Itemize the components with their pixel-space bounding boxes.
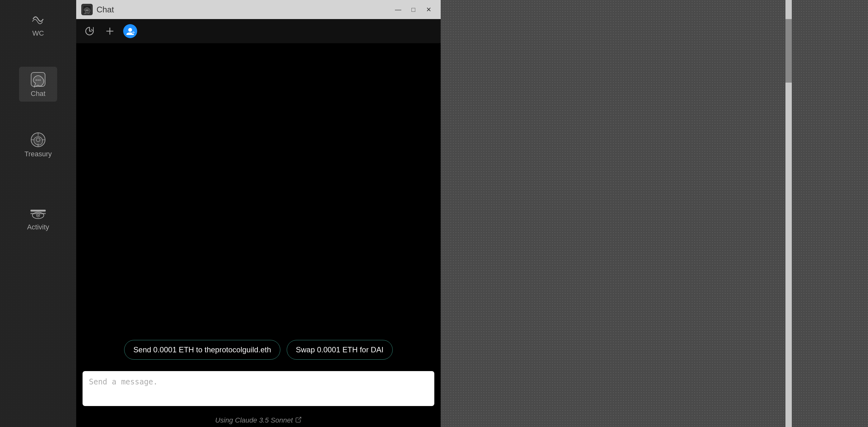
minimize-button[interactable]: — <box>391 3 405 17</box>
window-controls: — □ ✕ <box>391 3 436 17</box>
message-input[interactable] <box>83 371 434 406</box>
sidebar-label-treasury: Treasury <box>25 150 52 158</box>
sidebar-item-treasury[interactable]: Treasury <box>19 127 57 162</box>
svg-point-21 <box>128 28 132 32</box>
desktop: WC Chat <box>0 0 868 427</box>
footer: Using Claude 3.5 Sonnet <box>76 414 441 427</box>
maximize-button[interactable]: □ <box>406 3 420 17</box>
svg-point-17 <box>87 10 88 11</box>
treasury-icon <box>29 131 47 149</box>
swap-eth-chip[interactable]: Swap 0.0001 ETH for DAI <box>287 340 393 360</box>
send-eth-chip[interactable]: Send 0.0001 ETH to theprotocolguild.eth <box>124 340 280 360</box>
svg-point-14 <box>37 215 39 216</box>
input-area <box>76 366 441 414</box>
svg-point-1 <box>36 79 37 81</box>
scrollbar-thumb[interactable] <box>785 19 792 83</box>
activity-icon <box>29 204 47 222</box>
title-bar-icon <box>81 4 93 15</box>
wc-icon <box>29 10 47 28</box>
close-button[interactable]: ✕ <box>422 3 436 17</box>
sidebar-item-chat[interactable]: Chat <box>19 67 57 102</box>
sidebar: WC Chat <box>0 0 76 427</box>
history-button[interactable] <box>83 24 96 38</box>
title-bar: Chat — □ ✕ <box>76 0 441 19</box>
chat-icon <box>29 70 47 88</box>
chat-area[interactable] <box>76 43 441 334</box>
user-avatar[interactable] <box>123 24 137 38</box>
sidebar-label-wc: WC <box>32 29 44 37</box>
chat-window: Chat — □ ✕ <box>76 0 441 427</box>
sidebar-item-wc[interactable]: WC <box>19 6 57 41</box>
toolbar <box>76 19 441 43</box>
svg-point-18 <box>88 10 89 11</box>
sidebar-label-activity: Activity <box>27 223 49 231</box>
window-title: Chat <box>96 5 391 15</box>
svg-rect-10 <box>30 210 46 211</box>
svg-line-26 <box>299 417 301 420</box>
suggestion-chips: Send 0.0001 ETH to theprotocolguild.eth … <box>76 334 441 366</box>
new-chat-button[interactable] <box>103 24 117 38</box>
svg-point-3 <box>39 79 41 81</box>
svg-point-2 <box>37 79 39 81</box>
window-scrollbar[interactable] <box>785 0 792 427</box>
sidebar-item-activity[interactable]: Activity <box>19 200 57 235</box>
footer-text: Using Claude 3.5 Sonnet <box>215 416 302 424</box>
svg-point-16 <box>86 10 87 11</box>
sidebar-label-chat: Chat <box>31 90 45 98</box>
external-link-icon[interactable] <box>295 417 302 424</box>
